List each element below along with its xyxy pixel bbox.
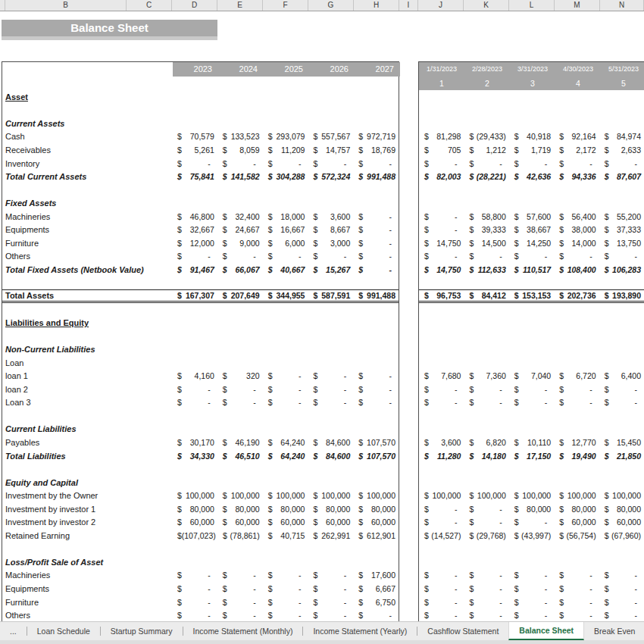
cell-value[interactable]: $- [509, 252, 554, 261]
cell-value[interactable]: $8,667 [308, 225, 353, 234]
row-label[interactable]: Investment by the Owner [2, 491, 172, 500]
cell-value[interactable]: $- [464, 252, 508, 261]
cell-value[interactable]: $- [308, 598, 353, 607]
cell-value[interactable]: $- [353, 225, 399, 234]
cell-value[interactable]: $- [353, 159, 399, 168]
cell-value[interactable]: $- [419, 517, 464, 527]
cell-value[interactable]: $- [464, 598, 508, 607]
cell-value[interactable]: $(43,997) [509, 531, 554, 540]
row-label[interactable]: Total Fixed Assets (Netbook Value) [2, 265, 172, 274]
cell-value[interactable]: $- [419, 584, 464, 593]
cell-value[interactable]: $- [419, 611, 464, 620]
cell-value[interactable]: $112,633 [464, 265, 508, 274]
row-label[interactable]: Loan [2, 358, 172, 367]
cell-value[interactable]: $- [464, 398, 508, 407]
row-label[interactable]: Current Assets [2, 119, 172, 128]
cell-value[interactable]: $587,591 [308, 291, 353, 300]
cell-value[interactable]: $39,333 [464, 225, 508, 234]
cell-value[interactable]: $133,523 [217, 132, 263, 141]
column-header-e[interactable]: E [217, 0, 263, 11]
cell-value[interactable]: $30,170 [172, 438, 217, 447]
cell-value[interactable]: $- [263, 598, 308, 607]
cell-value[interactable]: $106,283 [599, 265, 644, 274]
cell-value[interactable]: $- [172, 398, 217, 407]
cell-value[interactable]: $6,720 [554, 371, 599, 380]
cell-value[interactable]: $32,400 [217, 212, 263, 221]
cell-value[interactable]: $66,067 [217, 265, 263, 274]
cell-value[interactable]: $87,607 [599, 172, 644, 181]
row-label[interactable]: loan 1 [2, 371, 172, 380]
row-label[interactable]: Loss/Profit Sale of Asset [2, 558, 172, 567]
cell-value[interactable]: $107,570 [353, 452, 399, 461]
column-header-j[interactable]: J [418, 0, 464, 11]
cell-value[interactable]: $11,209 [263, 145, 308, 155]
cell-value[interactable]: $9,000 [217, 239, 263, 248]
row-label[interactable]: Inventory [2, 159, 172, 168]
cell-value[interactable]: $15,267 [308, 265, 353, 274]
cell-value[interactable]: $57,600 [509, 212, 554, 221]
cell-value[interactable]: $141,582 [217, 172, 263, 181]
cell-value[interactable]: $10,110 [509, 438, 554, 447]
cell-value[interactable]: $(14,527) [419, 531, 464, 540]
row-label[interactable]: Equipments [2, 584, 172, 593]
cell-value[interactable]: $4,160 [172, 371, 217, 380]
cell-value[interactable]: $- [353, 212, 399, 221]
cell-value[interactable]: $- [419, 225, 464, 234]
cell-value[interactable]: $- [599, 398, 644, 407]
row-label[interactable]: Receivables [2, 145, 172, 155]
period-number-cell[interactable]: 5 [601, 77, 644, 91]
cell-value[interactable]: $- [353, 611, 399, 620]
cell-value[interactable]: $46,510 [217, 452, 263, 461]
cell-value[interactable]: $21,850 [599, 452, 644, 461]
cell-value[interactable]: $- [599, 598, 644, 607]
cell-value[interactable]: $64,240 [263, 438, 308, 447]
row-label[interactable]: Machineries [2, 571, 172, 580]
cell-value[interactable]: $100,000 [263, 491, 308, 500]
cell-value[interactable]: $8,059 [217, 145, 263, 155]
cell-value[interactable]: $- [599, 584, 644, 593]
cell-value[interactable]: $82,003 [419, 172, 464, 181]
cell-value[interactable]: $2,633 [599, 145, 644, 155]
sheet-title-cell[interactable]: Balance Sheet [2, 20, 217, 36]
period-number-cell[interactable]: 2 [464, 77, 510, 91]
cell-value[interactable]: $- [554, 584, 599, 593]
cell-value[interactable]: $- [353, 385, 399, 394]
cell-value[interactable]: $91,467 [172, 265, 217, 274]
cell-value[interactable]: $81,298 [419, 132, 464, 141]
cell-value[interactable]: $- [217, 159, 263, 168]
cell-value[interactable]: $46,800 [172, 212, 217, 221]
cell-value[interactable]: $- [419, 598, 464, 607]
year-header-cell-2024[interactable]: 2024 [218, 62, 264, 77]
cell-value[interactable]: $- [554, 571, 599, 580]
period-number-cell[interactable]: 4 [555, 77, 601, 91]
date-header-cell[interactable]: 4/30/2023 [555, 62, 601, 77]
cell-value[interactable]: $80,000 [509, 505, 554, 514]
cell-value[interactable]: $- [554, 611, 599, 620]
cell-value[interactable]: $- [353, 265, 399, 274]
cell-value[interactable]: $- [217, 598, 263, 607]
cell-value[interactable]: $- [599, 385, 644, 394]
cell-value[interactable]: $40,918 [509, 132, 554, 141]
cell-value[interactable]: $6,750 [353, 598, 399, 607]
cell-value[interactable]: $705 [419, 145, 464, 155]
cell-value[interactable]: $- [599, 159, 644, 168]
row-label[interactable]: Furniture [2, 598, 172, 607]
column-header-f[interactable]: F [263, 0, 308, 11]
cell-value[interactable]: $(107,023) [172, 531, 217, 540]
cell-value[interactable]: $972,719 [353, 132, 399, 141]
row-label[interactable]: Non-Current Liabilities [2, 345, 172, 354]
cell-value[interactable]: $7,360 [464, 371, 508, 380]
cell-value[interactable]: $- [353, 398, 399, 407]
cell-value[interactable]: $19,490 [554, 452, 599, 461]
cell-value[interactable]: $14,250 [509, 239, 554, 248]
cell-value[interactable]: $110,517 [509, 265, 554, 274]
cell-value[interactable]: $- [172, 571, 217, 580]
cell-value[interactable]: $- [263, 252, 308, 261]
cell-value[interactable]: $- [554, 159, 599, 168]
cell-value[interactable]: $(28,221) [464, 172, 508, 181]
cell-value[interactable]: $3,000 [308, 239, 353, 248]
cell-value[interactable]: $- [217, 571, 263, 580]
cell-value[interactable]: $- [353, 239, 399, 248]
cell-value[interactable]: $- [172, 598, 217, 607]
cell-value[interactable]: $17,600 [353, 571, 399, 580]
